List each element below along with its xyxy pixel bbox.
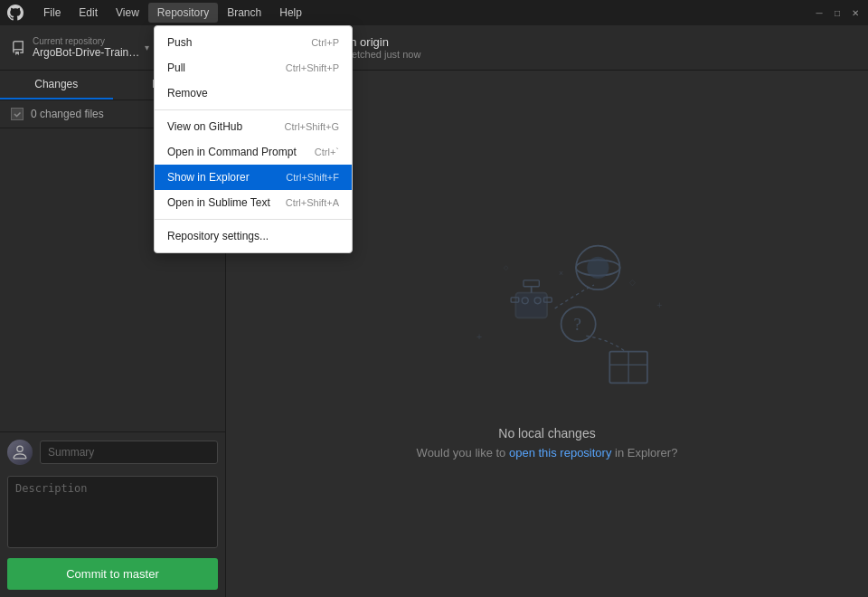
- push-label: Push: [167, 36, 192, 49]
- view-github-shortcut: Ctrl+Shift+G: [284, 121, 339, 132]
- tab-changes[interactable]: Changes: [0, 71, 113, 100]
- svg-point-2: [587, 256, 609, 278]
- avatar-image: [7, 440, 33, 465]
- menu-item-repo-settings[interactable]: Repository settings...: [155, 223, 352, 249]
- menu-item-view-github[interactable]: View on GitHub Ctrl+Shift+G: [155, 114, 352, 139]
- command-prompt-shortcut: Ctrl+`: [315, 147, 339, 157]
- repo-icon: [11, 41, 25, 55]
- sublime-shortcut: Ctrl+Shift+A: [286, 197, 339, 208]
- push-shortcut: Ctrl+P: [311, 37, 339, 48]
- svg-text:+: +: [656, 300, 662, 310]
- svg-text:×: ×: [559, 268, 563, 277]
- show-explorer-shortcut: Ctrl+Shift+F: [286, 172, 339, 183]
- minimize-button[interactable]: ─: [814, 7, 825, 18]
- no-changes-title: No local changes: [498, 426, 595, 441]
- svg-rect-9: [524, 280, 539, 286]
- no-changes-illustration: ? + × + ◇ ◇: [429, 209, 665, 408]
- menu-bar: File Edit View Repository Branch Help: [34, 3, 311, 23]
- command-prompt-label: Open in Command Prompt: [167, 146, 297, 158]
- repo-settings-label: Repository settings...: [167, 230, 269, 242]
- menu-item-command-prompt[interactable]: Open in Command Prompt Ctrl+`: [155, 139, 352, 165]
- svg-rect-3: [515, 292, 547, 317]
- avatar: [7, 440, 33, 465]
- changed-files-count: 0 changed files: [31, 108, 104, 120]
- menu-view[interactable]: View: [107, 3, 148, 23]
- no-changes-description: Would you like to open this repository i…: [417, 446, 678, 460]
- remove-label: Remove: [167, 87, 208, 100]
- description-input[interactable]: [7, 476, 218, 548]
- menu-item-sublime[interactable]: Open in Sublime Text Ctrl+Shift+A: [155, 190, 352, 215]
- menu-branch[interactable]: Branch: [218, 3, 270, 23]
- menu-item-remove[interactable]: Remove: [155, 81, 352, 106]
- titlebar: File Edit View Repository Branch Help ─ …: [0, 0, 868, 25]
- menu-item-show-explorer[interactable]: Show in Explorer Ctrl+Shift+F: [155, 165, 352, 190]
- user-avatar-icon: [11, 443, 29, 461]
- summary-input[interactable]: [40, 441, 218, 464]
- no-changes-before: Would you like to: [417, 446, 509, 460]
- repo-dropdown-arrow: ▾: [145, 43, 149, 52]
- svg-text:+: +: [476, 331, 482, 341]
- svg-text:◇: ◇: [629, 278, 636, 287]
- main-content: Changes History 0 changed files: [0, 71, 868, 597]
- separator-2: [155, 219, 352, 220]
- titlebar-left: File Edit View Repository Branch Help: [7, 3, 311, 23]
- close-button[interactable]: ✕: [850, 7, 861, 18]
- pull-shortcut: Ctrl+Shift+P: [286, 62, 339, 73]
- commit-button[interactable]: Commit to master: [7, 558, 218, 590]
- commit-area: Commit to master: [0, 431, 225, 597]
- open-repository-link[interactable]: open this repository: [509, 446, 611, 460]
- checkbox-icon: [13, 109, 22, 118]
- repo-label: Current repository: [33, 36, 141, 46]
- show-explorer-label: Show in Explorer: [167, 171, 250, 184]
- titlebar-controls: ─ □ ✕: [814, 7, 861, 18]
- menu-file[interactable]: File: [34, 3, 70, 23]
- repo-name: ArgoBot-Drive-Training: [33, 46, 141, 59]
- toolbar: Current repository ArgoBot-Drive-Trainin…: [0, 25, 868, 71]
- toolbar-repo-info: Current repository ArgoBot-Drive-Trainin…: [33, 36, 141, 59]
- no-changes-after: in Explorer?: [611, 446, 677, 460]
- menu-edit[interactable]: Edit: [70, 3, 107, 23]
- menu-item-pull[interactable]: Pull Ctrl+Shift+P: [155, 55, 352, 81]
- fetch-origin-section[interactable]: Fetch origin Last fetched just now: [288, 25, 868, 70]
- repository-dropdown-menu: Push Ctrl+P Pull Ctrl+Shift+P Remove Vie…: [154, 25, 353, 253]
- select-all-checkbox[interactable]: [11, 108, 24, 120]
- menu-item-push[interactable]: Push Ctrl+P: [155, 30, 352, 55]
- github-logo-icon: [7, 5, 24, 21]
- svg-text:?: ?: [573, 315, 580, 334]
- menu-help[interactable]: Help: [270, 3, 311, 23]
- separator-1: [155, 109, 352, 110]
- menu-repository[interactable]: Repository: [148, 3, 218, 23]
- view-github-label: View on GitHub: [167, 120, 242, 133]
- commit-header: [7, 440, 218, 465]
- maximize-button[interactable]: □: [832, 7, 843, 18]
- pull-label: Pull: [167, 62, 185, 74]
- sublime-label: Open in Sublime Text: [167, 196, 270, 209]
- svg-text:◇: ◇: [504, 263, 509, 270]
- current-repo-section[interactable]: Current repository ArgoBot-Drive-Trainin…: [0, 25, 161, 70]
